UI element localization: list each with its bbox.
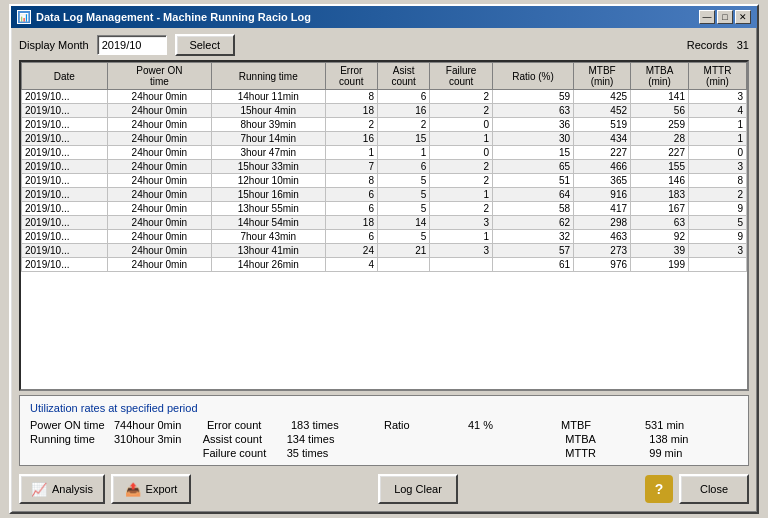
mtbf-label: MTBF [561,419,641,431]
table-cell: 3 [430,244,493,258]
table-cell: 24hour 0min [107,216,211,230]
table-cell: 3 [430,216,493,230]
table-row: 2019/10...24hour 0min14hour 54min1814362… [22,216,747,230]
table-cell: 5 [688,216,746,230]
table-cell: 9 [688,230,746,244]
table-cell: 2019/10... [22,118,108,132]
table-cell: 273 [574,244,631,258]
table-cell: 15 [377,132,429,146]
analysis-icon: 📈 [31,481,47,497]
table-cell: 7hour 43min [212,230,326,244]
table-cell: 15hour 4min [212,104,326,118]
table-row: 2019/10...24hour 0min3hour 47min11015227… [22,146,747,160]
table-cell: 32 [492,230,573,244]
records-label: Records [687,39,728,51]
table-cell: 28 [631,132,689,146]
table-cell: 417 [574,202,631,216]
table-row: 2019/10...24hour 0min15hour 33min7626546… [22,160,747,174]
summary-ratio: Ratio 41 % [384,419,561,431]
top-left: Display Month Select [19,34,235,56]
export-button[interactable]: 📤 Export [111,474,191,504]
table-cell: 227 [574,146,631,160]
mtbf-value: 531 min [645,419,684,431]
bottom-bar: 📈 Analysis 📤 Export Log Clear ? Close [19,470,749,506]
close-button[interactable]: Close [679,474,749,504]
display-month-label: Display Month [19,39,89,51]
table-cell: 24hour 0min [107,90,211,104]
minimize-button[interactable]: — [699,10,715,24]
table-cell: 8 [325,174,377,188]
table-cell: 18 [325,216,377,230]
help-button[interactable]: ? [645,475,673,503]
table-cell: 3 [688,90,746,104]
summary-rows: Power ON time 744hour 0min Error count 1… [30,419,738,459]
summary-assist-count: Assist count 134 times [203,433,376,445]
data-table-container: Date Power ONtime Running time Errorcoun… [19,60,749,391]
table-cell: 5 [377,230,429,244]
table-cell: 24 [325,244,377,258]
table-cell: 15hour 16min [212,188,326,202]
col-asist-count: Asistcount [377,63,429,90]
mtba-label: MTBA [565,433,645,445]
table-cell: 39 [631,244,689,258]
table-cell: 57 [492,244,573,258]
table-cell: 3 [688,244,746,258]
table-cell: 1 [688,118,746,132]
table-cell: 466 [574,160,631,174]
table-cell: 976 [574,258,631,272]
table-cell: 5 [377,202,429,216]
table-cell: 2 [430,174,493,188]
running-time-value: 310hour 3min [114,433,181,445]
table-cell: 183 [631,188,689,202]
table-row: 2019/10...24hour 0min14hour 26min4619761… [22,258,747,272]
table-row: 2019/10...24hour 0min15hour 16min6516491… [22,188,747,202]
table-cell: 519 [574,118,631,132]
table-cell: 227 [631,146,689,160]
table-row: 2019/10...24hour 0min7hour 14min16151304… [22,132,747,146]
table-cell: 6 [325,202,377,216]
table-cell: 425 [574,90,631,104]
table-cell: 24hour 0min [107,118,211,132]
table-cell: 3 [688,160,746,174]
ratio-value: 41 % [468,419,493,431]
table-cell: 30 [492,132,573,146]
table-cell: 7hour 14min [212,132,326,146]
month-input[interactable] [97,35,167,55]
table-row: 2019/10...24hour 0min13hour 55min6525841… [22,202,747,216]
table-cell: 2019/10... [22,146,108,160]
records-area: Records 31 [687,39,749,51]
window-close-button[interactable]: ✕ [735,10,751,24]
log-clear-button[interactable]: Log Clear [378,474,458,504]
summary-power-on: Power ON time 744hour 0min [30,419,207,431]
col-power-on-time: Power ONtime [107,63,211,90]
table-cell: 199 [631,258,689,272]
export-icon: 📤 [125,481,141,497]
table-cell: 452 [574,104,631,118]
summary-box: Utilization rates at specified period Po… [19,395,749,466]
summary-error-count: Error count 183 times [207,419,384,431]
table-cell: 6 [377,90,429,104]
table-cell: 61 [492,258,573,272]
failure-count-label: Failure count [203,447,283,459]
table-cell: 64 [492,188,573,202]
table-row: 2019/10...24hour 0min12hour 10min8525136… [22,174,747,188]
table-cell: 1 [325,146,377,160]
table-cell: 2 [430,160,493,174]
select-button[interactable]: Select [175,34,235,56]
table-cell: 5 [377,188,429,202]
col-mtbf: MTBF(min) [574,63,631,90]
table-cell: 14hour 54min [212,216,326,230]
table-cell: 6 [325,230,377,244]
table-row: 2019/10...24hour 0min7hour 43min65132463… [22,230,747,244]
maximize-button[interactable]: □ [717,10,733,24]
table-cell: 4 [325,258,377,272]
table-cell: 15hour 33min [212,160,326,174]
failure-count-value: 35 times [287,447,329,459]
table-cell: 58 [492,202,573,216]
table-cell: 1 [430,188,493,202]
analysis-button[interactable]: 📈 Analysis [19,474,105,504]
table-cell: 1 [430,132,493,146]
data-table: Date Power ONtime Running time Errorcoun… [21,62,747,272]
table-cell: 2019/10... [22,160,108,174]
table-cell: 36 [492,118,573,132]
